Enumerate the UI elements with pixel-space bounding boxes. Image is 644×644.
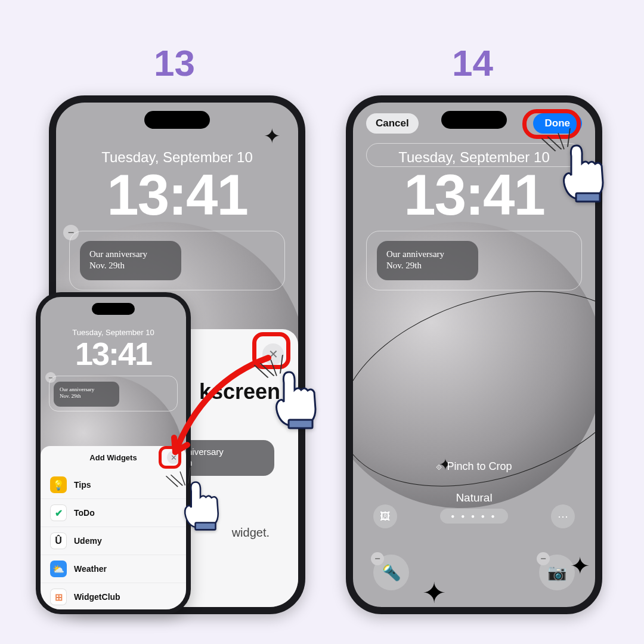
widget-app-row[interactable]: ⊞WidgetClub bbox=[41, 583, 186, 611]
widget-app-row[interactable]: ◎メルカリ bbox=[41, 611, 186, 614]
dynamic-island bbox=[441, 111, 507, 129]
lockscreen-time: 13:41 bbox=[353, 162, 595, 228]
widget-app-row[interactable]: ÛUdemy bbox=[41, 527, 186, 555]
app-icon: Û bbox=[50, 532, 67, 549]
add-widgets-sheet: Add Widgets ✕ 💡Tips✔ToDoÛUdemy⛅Weather⊞W… bbox=[41, 446, 186, 609]
anniversary-widget[interactable]: Our anniversary Nov. 29th bbox=[377, 241, 478, 280]
widget-line2: Nov. 29th bbox=[386, 260, 469, 271]
highlight-done-button bbox=[522, 109, 581, 139]
widget-app-row[interactable]: ⛅Weather bbox=[41, 555, 186, 583]
cancel-button[interactable]: Cancel bbox=[366, 113, 419, 134]
highlight-close-panel bbox=[252, 332, 290, 369]
pager-dots: ● ● ● ● ● bbox=[440, 509, 507, 524]
dynamic-island bbox=[92, 303, 135, 315]
app-name: Tips bbox=[74, 480, 91, 490]
sparkle-icon: ✦ bbox=[264, 124, 280, 148]
flashlight-button[interactable]: −🔦 bbox=[373, 555, 409, 590]
panel-demo-line1: niversary bbox=[187, 447, 224, 457]
app-name: WidgetClub bbox=[74, 592, 120, 602]
step-number-13: 13 bbox=[154, 42, 195, 84]
widget-line1: Our anniversary bbox=[386, 249, 469, 260]
panel-hint: widget. bbox=[232, 526, 270, 540]
app-name: Weather bbox=[74, 564, 107, 574]
phone-step14: ✦ ✦ ✦ Cancel Done Tuesday, September 10 … bbox=[346, 95, 602, 614]
app-name: ToDo bbox=[74, 508, 95, 518]
sparkle-icon: ✦ bbox=[422, 576, 446, 609]
pinch-to-crop-label: ⟐Pinch to Crop bbox=[353, 460, 595, 473]
widget-line1: Our anniversary bbox=[89, 249, 172, 260]
widget-app-row[interactable]: 💡Tips bbox=[41, 471, 186, 499]
app-name: Udemy bbox=[74, 536, 102, 546]
remove-badge[interactable]: − bbox=[371, 552, 384, 565]
panel-headline: kscreen bbox=[199, 379, 280, 404]
more-options-button[interactable]: ⋯ bbox=[551, 504, 575, 528]
widget-line2: Nov. 29th bbox=[89, 260, 172, 271]
widget-line2: Nov. 29th bbox=[60, 393, 113, 400]
lockscreen-time: 13:41 bbox=[56, 162, 298, 228]
highlight-close-sheet bbox=[159, 446, 181, 469]
widget-app-list: 💡Tips✔ToDoÛUdemy⛅Weather⊞WidgetClub◎メルカリ bbox=[41, 471, 186, 614]
widget-line1: Our anniversary bbox=[60, 386, 113, 393]
app-icon: 💡 bbox=[50, 476, 67, 493]
anniversary-widget[interactable]: Our anniversary Nov. 29th bbox=[54, 382, 119, 407]
camera-button[interactable]: −📷 bbox=[539, 555, 575, 590]
lockscreen-time: 13:41 bbox=[41, 335, 186, 372]
crop-text: Pinch to Crop bbox=[447, 460, 512, 472]
filter-label: Natural bbox=[353, 491, 595, 504]
remove-badge[interactable]: − bbox=[537, 552, 550, 565]
photos-picker-button[interactable]: 🖼 bbox=[373, 504, 397, 528]
step-number-14: 14 bbox=[452, 42, 493, 84]
dynamic-island bbox=[144, 111, 210, 129]
app-icon: ✔ bbox=[50, 504, 67, 521]
app-icon: ⊞ bbox=[50, 589, 67, 605]
app-icon: ⛅ bbox=[50, 561, 67, 577]
anniversary-widget[interactable]: Our anniversary Nov. 29th bbox=[80, 241, 181, 280]
widget-app-row[interactable]: ✔ToDo bbox=[41, 499, 186, 527]
crop-icon: ⟐ bbox=[436, 461, 442, 473]
panel-demo-widget: niversary h bbox=[179, 440, 274, 476]
